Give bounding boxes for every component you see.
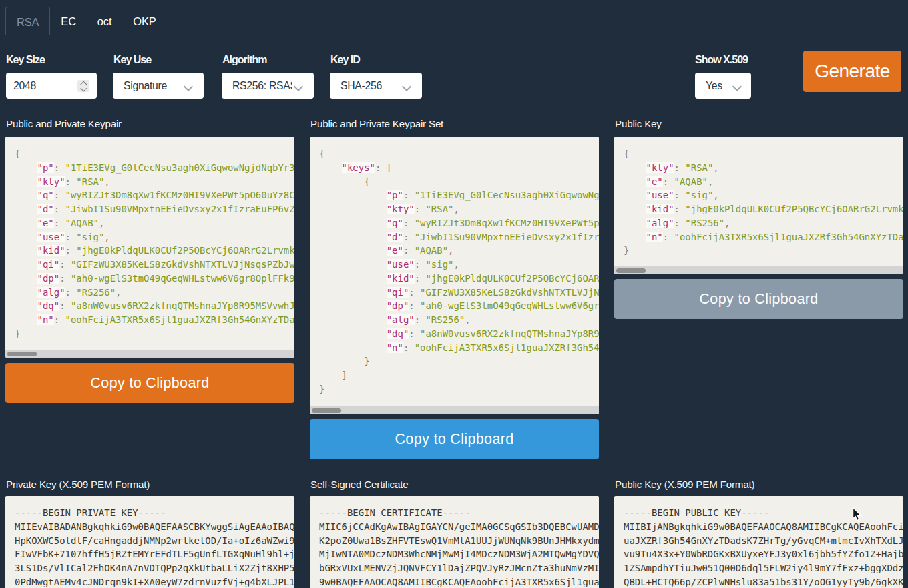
keypair-code-box: { "p": "1TiE3EVg_G0lCecNsu3agh0XiGqwowNg…	[5, 137, 294, 358]
mkjwk-page: { "tabs": [ { "label": "RSA", "active": …	[0, 0, 908, 588]
tab-rsa[interactable]: RSA	[5, 7, 50, 35]
certificate-box: -----BEGIN CERTIFICATE----- MIIC6jCCAdKg…	[310, 496, 599, 588]
spinner-down-icon[interactable]	[81, 87, 85, 91]
scrollbar-thumb[interactable]	[312, 408, 341, 413]
key-use-select[interactable]: Signature	[113, 73, 204, 99]
key-use-value: Signature	[124, 73, 167, 99]
tab-oct[interactable]: oct	[87, 7, 122, 35]
mouse-cursor	[852, 507, 867, 523]
tabbar: RSA EC oct OKP	[5, 7, 167, 35]
chevron-down-icon	[403, 83, 411, 91]
show-x509-value: Yes	[706, 73, 722, 99]
key-size-value: 2048	[13, 73, 36, 99]
generate-button[interactable]: Generate	[803, 51, 901, 92]
tab-okp[interactable]: OKP	[122, 7, 166, 35]
public-key-code-box: { "kty": "RSA", "e": "AQAB", "use": "sig…	[614, 137, 903, 274]
tab-ec[interactable]: EC	[50, 7, 87, 35]
show-x509-select[interactable]: Yes	[695, 73, 751, 99]
algorithm-select[interactable]: RS256: RSASSA-PKCS1-v1_5 using SHA-256	[222, 73, 314, 99]
scrollbar-thumb[interactable]	[7, 352, 37, 356]
key-id-label: Key ID	[330, 54, 360, 66]
horizontal-scrollbar[interactable]	[5, 350, 294, 358]
public-pem-heading: Public Key (X.509 PEM Format)	[615, 479, 754, 490]
copy-keypair-button[interactable]: Copy to Clipboard	[5, 363, 294, 403]
horizontal-scrollbar[interactable]	[614, 266, 903, 274]
horizontal-scrollbar[interactable]	[310, 406, 599, 414]
keypair-heading: Public and Private Keypair	[6, 118, 122, 129]
keypair-set-heading: Public and Private Keypair Set	[310, 118, 443, 129]
key-id-select[interactable]: SHA-256	[330, 73, 422, 99]
chevron-down-icon	[734, 83, 742, 91]
show-x509-label: Show X.509	[695, 54, 748, 66]
key-size-input[interactable]: 2048	[6, 73, 97, 99]
copy-keypair-set-button[interactable]: Copy to Clipboard	[310, 419, 599, 459]
number-spinner[interactable]	[77, 80, 89, 92]
private-pem-box: -----BEGIN PRIVATE KEY----- MIIEvAIBADAN…	[5, 496, 294, 588]
private-pem-heading: Private Key (X.509 PEM Format)	[6, 479, 150, 490]
copy-public-key-button[interactable]: Copy to Clipboard	[614, 279, 903, 319]
chevron-down-icon	[185, 83, 193, 91]
keypair-set-code-box: { "keys": [ { "p": "1TiE3EVg_G0lCecNsu3a…	[310, 137, 599, 414]
chevron-down-icon	[295, 83, 303, 91]
algorithm-value: RS256: RSASSA-PKCS1-v1_5 using SHA-256	[232, 73, 292, 99]
key-use-label: Key Use	[114, 54, 151, 66]
certificate-heading: Self-Signed Certificate	[310, 479, 409, 490]
scrollbar-thumb[interactable]	[616, 268, 646, 273]
public-key-heading: Public Key	[615, 118, 662, 129]
key-size-label: Key Size	[6, 54, 45, 66]
key-id-value: SHA-256	[340, 73, 382, 99]
algorithm-label: Algorithm	[222, 54, 267, 66]
